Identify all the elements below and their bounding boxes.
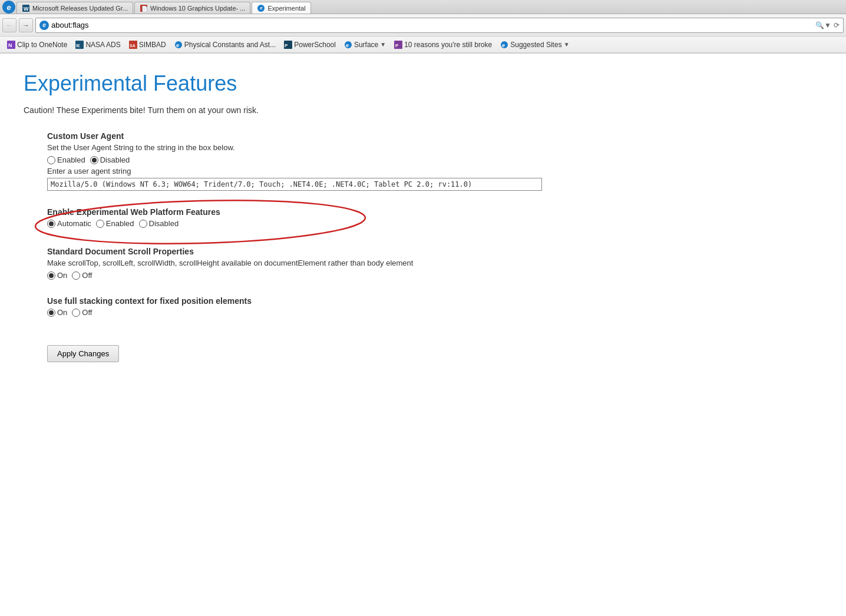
tab-2-label: Experimental (267, 5, 305, 12)
bookmark-nasa-label: NASA ADS (85, 41, 120, 49)
experimental-automatic-label[interactable]: Automatic (47, 219, 91, 228)
stacking-context-off-radio[interactable] (72, 309, 80, 317)
bookmark-surface-label: Surface (354, 41, 378, 49)
ie-logo-button[interactable]: e (2, 1, 15, 14)
tab-2-favicon: e (257, 4, 265, 12)
feature-stacking-context: Use full stacking context for fixed posi… (24, 296, 822, 317)
bookmark-reasons[interactable]: P 10 reasons you're still broke (391, 39, 495, 50)
apply-changes-button[interactable]: Apply Changes (47, 345, 119, 362)
feature-stacking-context-title: Use full stacking context for fixed posi… (47, 296, 822, 306)
tab-1-favicon: 📄 (140, 4, 148, 12)
tab-bar: e W Microsoft Releases Updated Gr... 📄 W… (0, 0, 846, 14)
stacking-context-on-label[interactable]: On (47, 308, 67, 317)
bookmark-suggested[interactable]: e Suggested Sites ▼ (497, 39, 573, 50)
custom-user-agent-disabled-label[interactable]: Disabled (90, 155, 130, 164)
bookmark-reasons-icon: P (394, 41, 402, 49)
bookmark-simbad[interactable]: SA SIMBAD (125, 39, 170, 50)
standard-scroll-off-text: Off (82, 271, 92, 280)
feature-standard-scroll-desc: Make scrollTop, scrollLeft, scrollWidth,… (47, 259, 822, 267)
tab-2[interactable]: e Experimental (252, 2, 310, 14)
bookmark-nasa-icon: IE (75, 41, 84, 49)
standard-scroll-off-label[interactable]: Off (72, 271, 92, 280)
feature-experimental-web-platform-title: Enable Experimental Web Platform Feature… (47, 207, 220, 217)
svg-text:e: e (176, 42, 179, 48)
bookmark-physical[interactable]: e Physical Constants and Ast... (171, 39, 279, 50)
address-bar[interactable]: e 🔍▼ ⟳ (35, 18, 844, 33)
custom-user-agent-enabled-label[interactable]: Enabled (47, 155, 85, 164)
experimental-disabled-radio[interactable] (139, 220, 147, 228)
bookmark-suggested-label: Suggested Sites (510, 41, 561, 49)
user-agent-input-label: Enter a user agent string (47, 167, 822, 175)
experimental-enabled-label[interactable]: Enabled (96, 219, 134, 228)
custom-user-agent-enabled-radio[interactable] (47, 156, 55, 164)
experimental-disabled-text: Disabled (149, 219, 179, 228)
svg-text:SA: SA (130, 44, 136, 48)
bookmark-surface-icon: e (344, 41, 352, 49)
bookmarks-bar: N Clip to OneNote IE NASA ADS SA SIMBAD … (0, 37, 846, 53)
svg-text:N: N (8, 42, 12, 48)
caution-text: Caution! These Experiments bite! Turn th… (24, 105, 822, 115)
bookmark-surface[interactable]: e Surface ▼ (341, 39, 389, 50)
back-icon: ← (6, 21, 13, 29)
stacking-context-off-text: Off (82, 308, 92, 317)
user-agent-input[interactable] (47, 178, 542, 191)
bookmark-reasons-label: 10 reasons you're still broke (404, 41, 492, 49)
tab-0[interactable]: W Microsoft Releases Updated Gr... (16, 2, 133, 14)
refresh-icon[interactable]: ⟳ (834, 21, 840, 29)
bookmark-powerschool[interactable]: P PowerSchool (280, 39, 339, 50)
experimental-web-platform-radio-group: Automatic Enabled Disabled (47, 219, 220, 228)
svg-text:e: e (502, 42, 505, 48)
standard-scroll-off-radio[interactable] (72, 271, 80, 280)
custom-user-agent-enabled-text: Enabled (57, 155, 85, 164)
bookmark-onenote-icon: N (7, 41, 15, 49)
bookmark-clip-label: Clip to OneNote (17, 41, 67, 49)
bookmark-powerschool-label: PowerSchool (294, 41, 336, 49)
svg-text:P: P (285, 43, 288, 48)
tab-0-favicon: W (22, 4, 30, 12)
standard-scroll-on-label[interactable]: On (47, 271, 67, 280)
bookmark-simbad-label: SIMBAD (139, 41, 166, 49)
bookmark-clip-to-onenote[interactable]: N Clip to OneNote (4, 39, 71, 50)
bookmark-surface-dropdown-icon: ▼ (380, 41, 386, 48)
experimental-enabled-text: Enabled (106, 219, 134, 228)
tab-0-label: Microsoft Releases Updated Gr... (32, 5, 128, 12)
search-icon: 🔍▼ (815, 21, 831, 29)
bookmark-physical-label: Physical Constants and Ast... (184, 41, 276, 49)
tab-1[interactable]: 📄 Windows 10 Graphics Update- ... (134, 2, 250, 14)
tab-1-label: Windows 10 Graphics Update- ... (150, 5, 245, 12)
experimental-disabled-label[interactable]: Disabled (139, 219, 179, 228)
custom-user-agent-radio-group: Enabled Disabled (47, 155, 822, 164)
page-content: Experimental Features Caution! These Exp… (0, 54, 846, 466)
feature-custom-user-agent: Custom User Agent Set the User Agent Str… (24, 131, 822, 191)
stacking-context-on-text: On (57, 308, 67, 317)
svg-text:W: W (24, 6, 29, 12)
experimental-automatic-text: Automatic (57, 219, 91, 228)
bookmark-simbad-icon: SA (129, 41, 137, 49)
bookmark-powerschool-icon: P (284, 41, 292, 49)
page-title: Experimental Features (24, 71, 822, 96)
forward-button[interactable]: → (19, 18, 33, 32)
stacking-context-on-radio[interactable] (47, 309, 55, 317)
feature-standard-scroll: Standard Document Scroll Properties Make… (24, 247, 822, 280)
svg-text:📄: 📄 (141, 5, 147, 12)
nav-bar: ← → e 🔍▼ ⟳ (0, 14, 846, 37)
standard-scroll-radio-group: On Off (47, 271, 822, 280)
feature-custom-user-agent-title: Custom User Agent (47, 131, 822, 141)
standard-scroll-on-radio[interactable] (47, 271, 55, 280)
experimental-enabled-radio[interactable] (96, 220, 104, 228)
back-button[interactable]: ← (2, 18, 16, 32)
address-input[interactable] (51, 21, 813, 29)
standard-scroll-on-text: On (57, 271, 67, 280)
feature-standard-scroll-title: Standard Document Scroll Properties (47, 247, 822, 256)
experimental-automatic-radio[interactable] (47, 220, 55, 228)
browser-chrome: e W Microsoft Releases Updated Gr... 📄 W… (0, 0, 846, 54)
feature-experimental-web-platform: Enable Experimental Web Platform Feature… (24, 207, 822, 230)
bookmark-nasa[interactable]: IE NASA ADS (72, 39, 124, 50)
svg-text:IE: IE (76, 44, 80, 48)
stacking-context-radio-group: On Off (47, 308, 822, 317)
stacking-context-off-label[interactable]: Off (72, 308, 92, 317)
feature-custom-user-agent-desc: Set the User Agent String to the string … (47, 143, 822, 152)
custom-user-agent-disabled-radio[interactable] (90, 156, 98, 164)
custom-user-agent-disabled-text: Disabled (100, 155, 130, 164)
bookmark-suggested-dropdown-icon: ▼ (564, 41, 570, 48)
